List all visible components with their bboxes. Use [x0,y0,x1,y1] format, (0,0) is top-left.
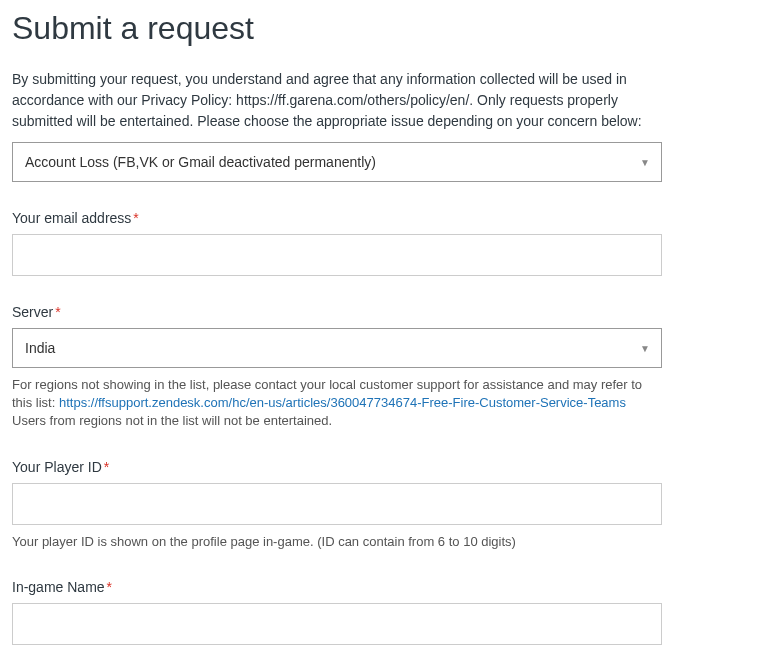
server-label: Server* [12,304,761,320]
server-select-value: India [25,340,55,356]
server-hint: For regions not showing in the list, ple… [12,376,662,431]
issue-select[interactable]: Account Loss (FB,VK or Gmail deactivated… [12,142,662,182]
server-hint-suffix: Users from regions not in the list will … [12,413,332,428]
server-label-text: Server [12,304,53,320]
player-id-input[interactable] [12,483,662,525]
email-input[interactable] [12,234,662,276]
email-label: Your email address* [12,210,761,226]
required-marker: * [133,210,138,226]
ingame-name-label: In-game Name* [12,579,761,595]
required-marker: * [104,459,109,475]
issue-select-value: Account Loss (FB,VK or Gmail deactivated… [25,154,376,170]
ingame-name-label-text: In-game Name [12,579,105,595]
server-select[interactable]: India ▼ [12,328,662,368]
required-marker: * [107,579,112,595]
player-id-label: Your Player ID* [12,459,761,475]
required-marker: * [55,304,60,320]
email-label-text: Your email address [12,210,131,226]
player-id-hint: Your player ID is shown on the profile p… [12,533,662,551]
intro-text: By submitting your request, you understa… [12,69,662,132]
ingame-name-input[interactable] [12,603,662,645]
page-title: Submit a request [12,10,761,47]
customer-service-link[interactable]: https://ffsupport.zendesk.com/hc/en-us/a… [59,395,626,410]
player-id-label-text: Your Player ID [12,459,102,475]
